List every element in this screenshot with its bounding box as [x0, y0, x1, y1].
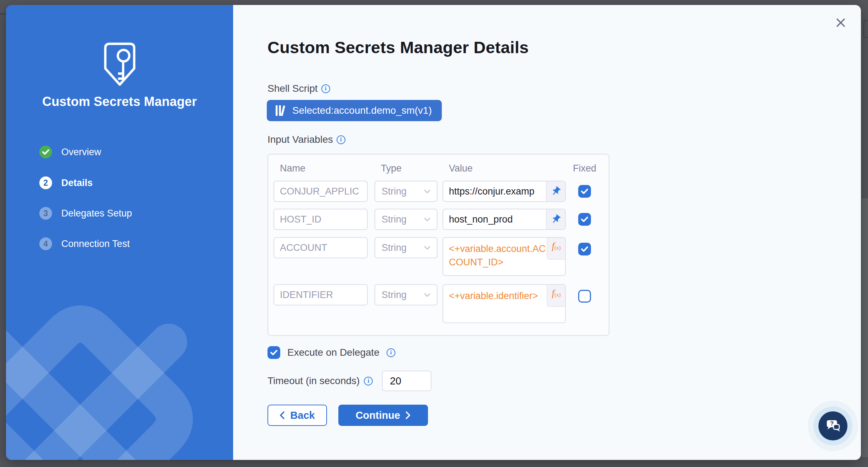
check-icon	[581, 189, 588, 194]
sidebar-item-overview[interactable]: Overview	[39, 146, 101, 158]
sidebar-item-label: Overview	[61, 147, 101, 158]
shell-script-field: Shell Script i	[267, 83, 330, 94]
variable-name-input[interactable]	[274, 209, 368, 230]
close-button[interactable]	[835, 17, 847, 29]
step-number-circle: 4	[39, 237, 52, 250]
fixed-checkbox[interactable]	[578, 185, 591, 198]
variable-name-input[interactable]	[274, 237, 368, 258]
variable-value-expression[interactable]: <+variable.identifier> f(x)	[443, 284, 566, 323]
fixed-checkbox[interactable]	[578, 243, 591, 255]
variable-type-select[interactable]: String	[374, 284, 438, 305]
expression-fx-button[interactable]: f(x)	[547, 238, 565, 260]
shell-script-label: Shell Script	[267, 83, 318, 94]
variable-value-input[interactable]: https://conjur.examp	[443, 181, 566, 202]
harness-watermark-icon	[6, 250, 233, 460]
column-header-name: Name	[274, 163, 368, 174]
timeout-label: Timeout (in seconds)	[267, 375, 360, 387]
chevron-down-icon	[424, 246, 430, 250]
input-variables-label: Input Variables	[267, 134, 333, 145]
variable-value-expression[interactable]: <+variable.account.ACCOUNT_ID> f(x)	[443, 237, 566, 276]
table-row: String host_non_prod	[274, 209, 605, 230]
input-variables-field: Input Variables i	[267, 134, 345, 145]
info-icon[interactable]: i	[337, 135, 345, 144]
chevron-left-icon	[280, 411, 284, 419]
step-number-circle: 3	[39, 207, 52, 220]
selected-script-button[interactable]: Selected:account.demo_sm(v1)	[267, 100, 442, 121]
step-complete-circle	[39, 146, 52, 158]
sidebar-title: Custom Secrets Manager	[6, 94, 233, 109]
pin-icon	[548, 212, 563, 227]
continue-button[interactable]: Continue	[338, 405, 428, 426]
step-number-circle: 2	[39, 176, 52, 189]
expression-fx-button[interactable]: f(x)	[547, 285, 565, 307]
selected-script-label: Selected:account.demo_sm(v1)	[292, 105, 432, 116]
timeout-input[interactable]	[382, 371, 432, 391]
column-header-fixed: Fixed	[572, 163, 597, 174]
check-icon	[270, 350, 277, 355]
screen-background: Custom Secrets Manager Overview 2 Detail…	[0, 0, 868, 467]
library-icon	[275, 104, 287, 117]
table-row: String https://conjur.examp	[274, 181, 605, 202]
check-icon	[581, 216, 588, 222]
sidebar-item-details[interactable]: 2 Details	[39, 176, 93, 189]
pin-icon	[548, 184, 563, 199]
page-title: Custom Secrets Manager Details	[267, 38, 529, 57]
chevron-right-icon	[406, 411, 411, 419]
variable-name-input[interactable]	[274, 181, 368, 202]
chevron-down-icon	[424, 190, 430, 193]
column-header-value: Value	[443, 163, 566, 174]
details-panel: Custom Secrets Manager Details Shell Scr…	[233, 5, 861, 460]
custom-secrets-manager-dialog: Custom Secrets Manager Overview 2 Detail…	[6, 5, 861, 460]
chevron-down-icon	[424, 218, 430, 221]
variable-type-select[interactable]: String	[374, 181, 438, 202]
fixed-checkbox[interactable]	[578, 213, 591, 226]
background-divider	[0, 13, 6, 15]
wizard-sidebar: Custom Secrets Manager Overview 2 Detail…	[6, 5, 233, 460]
info-icon[interactable]: i	[364, 377, 373, 386]
info-icon[interactable]: i	[321, 84, 330, 93]
variable-type-select[interactable]: String	[374, 209, 438, 230]
close-icon	[835, 17, 847, 29]
pin-button[interactable]	[546, 209, 565, 229]
info-icon[interactable]: i	[387, 348, 395, 357]
sidebar-item-delegates-setup[interactable]: 3 Delegates Setup	[39, 207, 132, 220]
chat-question-icon: ?	[825, 418, 841, 434]
app-logo	[6, 40, 233, 87]
check-icon	[42, 149, 49, 155]
variables-table-header: Name Type Value Fixed	[274, 163, 605, 174]
chevron-down-icon	[424, 293, 430, 297]
sidebar-item-label: Delegates Setup	[61, 208, 132, 219]
variables-table: Name Type Value Fixed String https://con…	[267, 154, 609, 336]
table-row: String <+variable.identifier> f(x)	[274, 284, 605, 323]
column-header-type: Type	[374, 163, 438, 174]
variable-name-input[interactable]	[274, 284, 368, 305]
wizard-actions: Back Continue	[267, 405, 428, 426]
execute-on-delegate-label: Execute on Delegate	[287, 347, 379, 358]
variable-value-input[interactable]: host_non_prod	[443, 209, 566, 230]
pin-button[interactable]	[546, 181, 565, 201]
timeout-field: Timeout (in seconds) i	[267, 371, 432, 391]
sidebar-item-label: Connection Test	[61, 238, 130, 249]
sidebar-item-connection-test[interactable]: 4 Connection Test	[39, 237, 130, 250]
fixed-checkbox[interactable]	[578, 290, 591, 303]
execute-on-delegate-field: Execute on Delegate i	[267, 346, 395, 359]
table-row: String <+variable.account.ACCOUNT_ID> f(…	[274, 237, 605, 276]
execute-on-delegate-checkbox[interactable]	[267, 346, 280, 359]
shield-key-icon	[98, 40, 141, 87]
background-strip	[862, 198, 868, 457]
background-card-outline	[863, 20, 868, 38]
help-button[interactable]: ?	[818, 411, 847, 440]
sidebar-item-label: Details	[61, 178, 93, 189]
back-button[interactable]: Back	[267, 405, 327, 426]
variable-type-select[interactable]: String	[374, 237, 438, 258]
check-icon	[581, 246, 588, 252]
